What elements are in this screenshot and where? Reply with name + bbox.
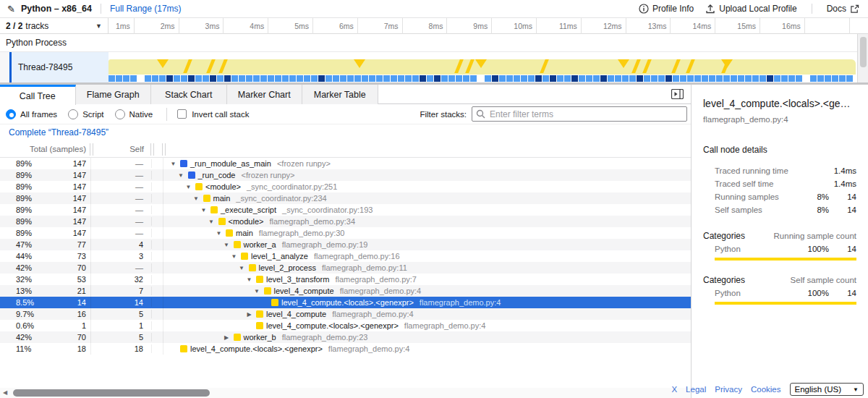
collapse-arrow-icon[interactable]: ▼ — [193, 195, 200, 202]
thread-track-label-box[interactable]: Thread-78495 — [0, 52, 109, 82]
call-tree-row[interactable]: 89%147—▼_execute_script_sync_coordinator… — [0, 204, 691, 216]
call-tree-row[interactable]: 89%147—▼<module>_sync_coordinator.py:251 — [0, 181, 691, 192]
column-divider[interactable] — [90, 143, 93, 156]
call-tree-row[interactable]: 0.6%11level_4_compute.<locals>.<genexpr>… — [0, 320, 691, 331]
tab-call-tree[interactable]: Call Tree — [0, 85, 76, 105]
sidebar-detail-row: Self samples8%14 — [703, 203, 856, 216]
tab-marker-chart[interactable]: Marker Chart — [227, 85, 303, 104]
collapse-arrow-icon[interactable]: ▼ — [224, 242, 230, 248]
call-tree-row[interactable]: 89%147—▼main_sync_coordinator.py:234 — [0, 192, 691, 204]
thread-activity-graph[interactable] — [109, 52, 856, 82]
self-cell: 4 — [91, 240, 152, 249]
icon-cell — [152, 331, 163, 343]
scrollbar-thumb[interactable] — [860, 37, 867, 67]
column-header-self[interactable]: Self — [91, 145, 152, 153]
chevron-down-icon[interactable]: ▼ — [95, 22, 102, 30]
profile-title[interactable]: Python – x86_64 — [21, 4, 92, 14]
call-tree-row[interactable]: 89%147—▼mainflamegraph_demo.py:30 — [0, 227, 691, 239]
profile-info-button[interactable]: Profile Info — [639, 4, 694, 14]
collapse-arrow-icon[interactable]: ▼ — [200, 207, 207, 213]
collapse-arrow-icon[interactable]: ▼ — [246, 276, 252, 283]
function-name: level_4_compute.<locals>.<genexpr> — [266, 321, 399, 330]
call-tree-row[interactable]: 44%733▼level_1_analyzeflamegraph_demo.py… — [0, 250, 691, 262]
call-tree-row[interactable]: 89%147—▼_run_code<frozen runpy> — [0, 169, 691, 181]
upload-profile-button[interactable]: Upload Local Profile — [705, 4, 796, 14]
docs-button[interactable]: Docs — [827, 4, 859, 14]
edit-pencil-icon[interactable]: ✎ — [7, 4, 15, 14]
function-name: level_2_process — [259, 263, 317, 272]
breadcrumb-complete-thread[interactable]: Complete “Thread-78495” — [9, 127, 109, 137]
tab-marker-table[interactable]: Marker Table — [302, 85, 378, 104]
call-tree-row[interactable]: 42%705▶worker_bflamegraph_demo.py:23 — [0, 331, 691, 343]
footer-link-legal[interactable]: Legal — [686, 385, 706, 394]
total-percent: 89% — [16, 206, 32, 214]
total-percent: 8.5% — [16, 298, 34, 307]
call-tree-row[interactable]: 9.7%165▶level_4_computeflamegraph_demo.p… — [0, 308, 691, 320]
tracks-dropdown-control[interactable]: 2 / 2 tracks ▼ — [0, 18, 109, 34]
category-color-box — [256, 322, 263, 329]
radio-label-script[interactable]: Script — [82, 110, 103, 119]
footer-link-x[interactable]: X — [671, 385, 677, 394]
horizontal-scrollbar[interactable]: ◀ — [0, 388, 691, 398]
detail-label: Running samples — [703, 192, 800, 201]
process-track-row[interactable]: Python Process — [0, 34, 868, 52]
panel-tabbar: Call TreeFlame GraphStack ChartMarker Ch… — [0, 85, 691, 104]
invert-call-stack-checkbox[interactable] — [177, 109, 187, 119]
collapse-arrow-icon[interactable]: ▼ — [254, 288, 260, 295]
category-color-box — [271, 299, 278, 306]
category-color-box — [264, 287, 271, 295]
radio-script[interactable] — [68, 109, 78, 119]
radio-label-native[interactable]: Native — [129, 110, 153, 119]
call-tree-row[interactable]: 47%774▼worker_aflamegraph_demo.py:19 — [0, 239, 691, 250]
collapse-arrow-icon[interactable]: ▼ — [185, 184, 192, 190]
call-tree-row[interactable]: 8.5%1414level_4_compute.<locals>.<genexp… — [0, 297, 691, 308]
sample-cell — [434, 75, 441, 82]
collapse-arrow-icon[interactable]: ▼ — [231, 253, 237, 260]
call-tree-row[interactable]: 11%1818level_4_compute.<locals>.<genexpr… — [0, 343, 691, 355]
expand-arrow-icon[interactable]: ▶ — [246, 311, 252, 318]
self-cell: 7 — [91, 287, 152, 295]
collapse-arrow-icon[interactable]: ▼ — [170, 161, 176, 167]
ruler-tick: 16ms — [760, 18, 805, 34]
sample-cell — [448, 75, 455, 82]
category-section-header: CategoriesSelf sample count — [703, 274, 856, 287]
footer-link-privacy[interactable]: Privacy — [715, 385, 742, 394]
language-select[interactable]: English (US) ▼ — [790, 383, 864, 396]
call-tree-row[interactable]: 42%70—▼level_2_processflamegraph_demo.py… — [0, 262, 691, 274]
sample-cell — [137, 75, 144, 82]
thread-track-row[interactable]: Thread-78495 — [0, 52, 868, 82]
sidebar-toggle-icon[interactable] — [671, 89, 684, 99]
call-tree-row[interactable]: 89%147—▼<module>flamegraph_demo.py:34 — [0, 216, 691, 227]
filter-stacks-input[interactable] — [472, 106, 687, 122]
filter-stacks-label: Filter stacks: — [420, 110, 467, 119]
column-divider[interactable] — [150, 143, 154, 156]
tab-stack-chart[interactable]: Stack Chart — [151, 85, 227, 104]
total-samples: 147 — [73, 182, 86, 191]
category-color-box — [256, 310, 263, 318]
scrollbar-thumb[interactable] — [13, 389, 210, 397]
radio-native[interactable] — [115, 109, 125, 119]
detail-value: 14 — [829, 206, 856, 214]
sample-cell — [579, 75, 585, 82]
call-tree-row[interactable]: 32%5332▼level_3_transformflamegraph_demo… — [0, 274, 691, 285]
call-tree-row[interactable]: 13%217▼level_4_computeflamegraph_demo.py… — [0, 285, 691, 297]
collapse-arrow-icon[interactable]: ▼ — [208, 219, 215, 225]
radio-label-all-frames[interactable]: All frames — [20, 110, 57, 119]
column-header-total[interactable]: Total (samples) — [0, 145, 91, 153]
scroll-left-arrow-icon[interactable]: ◀ — [3, 389, 7, 396]
footer-link-cookies[interactable]: Cookies — [751, 385, 781, 394]
radio-all-frames[interactable] — [6, 109, 16, 119]
call-tree-row[interactable]: 89%147—▼_run_module_as_main<frozen runpy… — [0, 158, 691, 169]
collapse-arrow-icon[interactable]: ▼ — [216, 230, 222, 237]
icon-cell — [152, 262, 163, 274]
timeline-vertical-scrollbar[interactable] — [857, 34, 868, 82]
tab-flame-graph[interactable]: Flame Graph — [76, 85, 152, 104]
category-color-box — [210, 206, 218, 213]
source-location: flamegraph_demo.py:4 — [340, 287, 422, 295]
column-divider[interactable] — [162, 143, 166, 156]
collapse-arrow-icon[interactable]: ▼ — [239, 265, 245, 271]
invert-call-stack-label[interactable]: Invert call stack — [192, 110, 249, 119]
expand-arrow-icon[interactable]: ▶ — [224, 334, 230, 341]
full-range-button[interactable]: Full Range (17ms) — [110, 4, 182, 14]
collapse-arrow-icon[interactable]: ▼ — [178, 172, 184, 179]
